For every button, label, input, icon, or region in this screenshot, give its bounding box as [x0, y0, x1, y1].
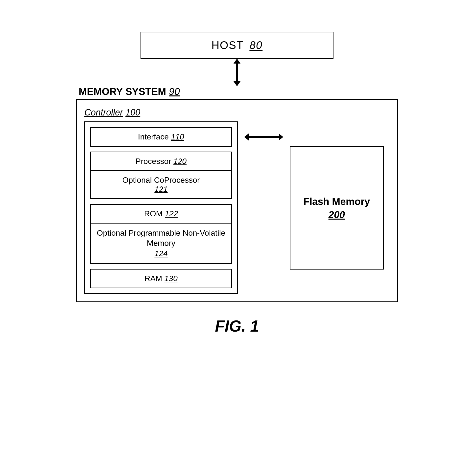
host-label: HOST 80	[212, 39, 263, 51]
memory-system-box: Controller 100 Interface 110 Proces	[76, 99, 398, 302]
diagram-container: HOST 80 MEMORY SYSTEM 90 Controller 100	[39, 22, 435, 454]
host-number: 80	[249, 39, 262, 51]
inner-controller-box: Interface 110 Processor 120 Optional CoP…	[84, 121, 238, 294]
memory-system-number: 90	[169, 86, 180, 97]
memory-system-section: MEMORY SYSTEM 90 Controller 100 Interfac…	[76, 86, 398, 302]
host-text: HOST	[212, 39, 243, 51]
controller-number: 100	[125, 107, 140, 117]
flash-memory-label: Flash Memory	[304, 195, 370, 208]
rom-header: ROM 122	[91, 205, 231, 224]
nvmem-number: 124	[154, 249, 167, 258]
controller-label: Controller 100	[84, 107, 390, 118]
flash-memory-number: 200	[329, 209, 345, 220]
host-to-memory-arrow	[236, 63, 238, 82]
memory-system-label: MEMORY SYSTEM 90	[79, 86, 180, 97]
controller-inner: Interface 110 Processor 120 Optional CoP…	[84, 121, 390, 294]
controller-to-flash-arrow	[248, 136, 280, 138]
ram-box: RAM 130	[90, 269, 232, 288]
nvmem-box: Optional Programmable Non-Volatile Memor…	[91, 224, 231, 263]
interface-box: Interface 110	[90, 127, 232, 147]
figure-label: FIG. 1	[215, 317, 259, 335]
host-box: HOST 80	[141, 32, 333, 59]
coprocessor-number: 121	[154, 185, 167, 194]
processor-group: Processor 120 Optional CoProcessor 121	[90, 152, 232, 199]
interface-number: 110	[171, 132, 184, 141]
processor-header: Processor 120	[91, 152, 231, 171]
coprocessor-box: Optional CoProcessor 121	[91, 171, 231, 198]
memory-system-title-row: MEMORY SYSTEM 90	[76, 86, 398, 97]
flash-memory-box: Flash Memory 200	[290, 146, 384, 270]
rom-group: ROM 122 Optional Programmable Non-Volati…	[90, 204, 232, 264]
rom-number: 122	[165, 209, 178, 218]
processor-number: 120	[173, 157, 187, 166]
ram-number: 130	[164, 274, 177, 283]
